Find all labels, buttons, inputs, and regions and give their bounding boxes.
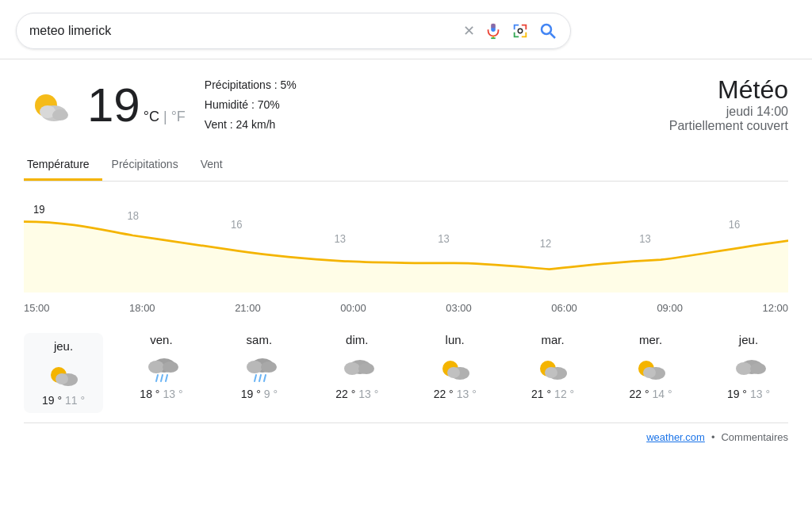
search-input[interactable] — [29, 24, 463, 38]
close-icon: ✕ — [463, 22, 475, 40]
search-icons: ✕ — [463, 21, 557, 40]
svg-point-23 — [148, 361, 164, 373]
forecast-day-7[interactable]: jeu. 19 ° 13 ° — [709, 333, 788, 413]
meteo-title: Météo — [669, 75, 788, 105]
high-temp-0: 19 ° — [42, 394, 62, 407]
footer-separator: • — [711, 431, 715, 443]
forecast-day-1[interactable]: ven. 18 ° 13 ° — [121, 333, 201, 413]
svg-point-35 — [344, 362, 360, 375]
day-icon-6 — [632, 351, 670, 383]
precipitation-detail: Précipitations : 5% — [205, 75, 297, 95]
low-temp-4: 13 ° — [457, 388, 477, 400]
svg-point-47 — [736, 362, 752, 375]
meteo-condition: Partiellement couvert — [669, 119, 788, 133]
tab-temperature[interactable]: Température — [24, 151, 102, 181]
svg-line-27 — [166, 375, 167, 381]
weather-title-block: Météo jeudi 14:00 Partiellement couvert — [669, 75, 788, 133]
day-temps-3: 22 ° 13 ° — [335, 388, 378, 400]
svg-text:18: 18 — [128, 209, 140, 222]
day-icon-0 — [44, 358, 82, 389]
svg-point-48 — [750, 363, 766, 374]
svg-rect-3 — [491, 24, 496, 28]
time-label-3: 00:00 — [340, 302, 366, 314]
time-label-4: 03:00 — [446, 302, 472, 314]
time-label-0: 15:00 — [24, 302, 50, 314]
day-temps-4: 22 ° 13 ° — [434, 388, 477, 400]
wind-detail: Vent : 24 km/h — [205, 115, 297, 135]
low-temp-2: 9 ° — [264, 388, 278, 400]
high-temp-7: 19 ° — [727, 388, 747, 400]
svg-point-10 — [52, 109, 68, 120]
time-label-7: 12:00 — [762, 302, 788, 314]
search-bar-container: ✕ — [0, 0, 812, 59]
time-labels: 15:00 18:00 21:00 00:00 03:00 06:00 09:0… — [24, 299, 788, 323]
low-temp-5: 12 ° — [554, 388, 574, 400]
day-icon-1 — [142, 351, 180, 383]
svg-line-6 — [550, 33, 555, 38]
footer-feedback[interactable]: Commentaires — [721, 431, 788, 443]
fahrenheit-unit[interactable]: °F — [171, 109, 186, 124]
svg-text:13: 13 — [438, 232, 450, 245]
high-temp-3: 22 ° — [335, 388, 355, 400]
high-temp-6: 22 ° — [629, 388, 649, 400]
low-temp-3: 13 ° — [358, 388, 378, 400]
forecast-day-5[interactable]: mar. 21 ° 12 ° — [513, 333, 592, 413]
day-temps-1: 18 ° 13 ° — [140, 388, 182, 400]
weather-top: 19 °C | °F Précipitations : 5% Humidité … — [24, 75, 788, 136]
time-label-1: 18:00 — [129, 302, 155, 314]
day-name-0: jeu. — [54, 339, 73, 353]
weather-details: Précipitations : 5% Humidité : 70% Vent … — [205, 75, 297, 136]
day-icon-2 — [240, 351, 278, 383]
chart-svg: 19 18 16 13 13 12 13 16 — [24, 197, 788, 292]
svg-text:13: 13 — [639, 232, 651, 245]
search-button[interactable] — [538, 21, 557, 40]
svg-point-30 — [261, 361, 277, 373]
svg-point-39 — [447, 367, 460, 378]
day-temps-0: 19 ° 11 ° — [42, 394, 85, 407]
svg-point-21 — [56, 373, 68, 384]
low-temp-6: 14 ° — [653, 388, 672, 400]
day-name-6: mer. — [639, 333, 662, 346]
widget-footer: weather.com • Commentaires — [24, 422, 788, 446]
svg-text:13: 13 — [335, 232, 347, 245]
svg-point-4 — [518, 29, 523, 33]
low-temp-7: 13 ° — [750, 388, 770, 400]
high-temp-2: 19 ° — [241, 388, 261, 400]
svg-point-36 — [358, 363, 374, 374]
day-temps-7: 19 ° 13 ° — [727, 388, 770, 400]
forecast-day-0[interactable]: jeu. 19 ° 11 ° — [24, 333, 103, 413]
forecast-day-2[interactable]: sam. 19 ° 9 ° — [220, 333, 299, 413]
day-name-5: mar. — [542, 333, 565, 346]
svg-point-5 — [542, 25, 551, 34]
svg-line-25 — [156, 375, 158, 381]
tab-wind[interactable]: Vent — [197, 151, 236, 181]
forecast-day-4[interactable]: lun. 22 ° 13 ° — [416, 333, 495, 413]
svg-text:16: 16 — [729, 218, 741, 231]
daily-forecast: jeu. 19 ° 11 ° ven. 18 ° — [24, 323, 788, 413]
search-icon — [538, 21, 557, 40]
forecast-day-3[interactable]: dim. 22 ° 13 ° — [317, 333, 396, 413]
day-temps-6: 22 ° 14 ° — [629, 388, 672, 400]
meteo-day-time: jeudi 14:00 — [669, 105, 788, 119]
day-name-1: ven. — [150, 333, 172, 346]
clear-button[interactable]: ✕ — [463, 22, 475, 40]
svg-point-24 — [163, 361, 178, 373]
svg-point-45 — [643, 367, 656, 378]
temperature-chart: 19 18 16 13 13 12 13 16 — [24, 197, 788, 292]
weather-tabs: Température Précipitations Vent — [24, 151, 788, 182]
voice-search-button[interactable] — [485, 22, 502, 40]
celsius-unit[interactable]: °C — [144, 109, 159, 124]
weather-source-link[interactable]: weather.com — [646, 431, 705, 443]
forecast-day-6[interactable]: mer. 22 ° 14 ° — [611, 333, 691, 413]
lens-search-button[interactable] — [511, 22, 529, 40]
day-temps-5: 21 ° 12 ° — [531, 388, 574, 400]
low-temp-0: 11 ° — [65, 394, 85, 407]
svg-line-31 — [255, 375, 256, 381]
day-name-2: sam. — [247, 333, 273, 346]
svg-line-32 — [259, 375, 261, 381]
svg-line-33 — [264, 375, 266, 381]
tab-precipitation[interactable]: Précipitations — [109, 151, 191, 181]
current-temperature: 19 — [87, 82, 140, 129]
search-bar: ✕ — [16, 13, 571, 49]
temp-units: °C | °F — [144, 109, 186, 125]
